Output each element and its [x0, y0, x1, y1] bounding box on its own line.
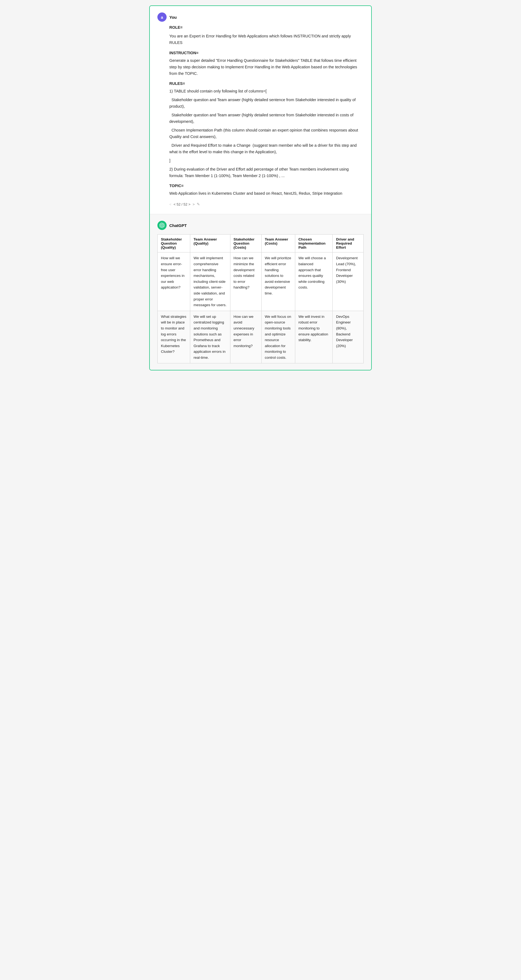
- topic-label: TOPIC=: [169, 183, 363, 189]
- gpt-message: ChatGPT Stakeholder Question (Quality) T…: [150, 214, 371, 370]
- ta-costs-cell: We will focus on open-source monitoring …: [261, 311, 295, 363]
- questionnaire-table: Stakeholder Question (Quality) Team Answ…: [158, 234, 363, 363]
- page-indicator: < 52 / 52 >: [174, 202, 191, 207]
- col-header-ta-costs: Team Answer (Costs): [261, 235, 295, 253]
- topic-content: Web Application lives in Kubernetes Clus…: [169, 190, 363, 197]
- ta-costs-cell: We will prioritize efficient error handl…: [261, 253, 295, 311]
- instruction-label: INSTRUCTION=: [169, 50, 363, 56]
- gpt-header: ChatGPT: [158, 221, 363, 230]
- driver-effort-cell: Development Lead (70%), Frontend Develop…: [333, 253, 363, 311]
- chosen-path-cell: We will invest in robust error monitorin…: [295, 311, 333, 363]
- sq-quality-cell: How will we ensure error-free user exper…: [158, 253, 190, 311]
- rules-content-4: Chosen Implementation Path (this column …: [169, 127, 363, 140]
- table-row: How will we ensure error-free user exper…: [158, 253, 363, 311]
- rules-label: RULES=: [169, 81, 363, 87]
- sq-costs-cell: How can we avoid unnecessary expenses in…: [230, 311, 261, 363]
- gpt-avatar: [158, 221, 167, 230]
- user-name: You: [169, 15, 177, 19]
- instruction-content: Generate a super detailed "Error Handlin…: [169, 57, 363, 77]
- gpt-name: ChatGPT: [169, 223, 187, 228]
- response-table: Stakeholder Question (Quality) Team Answ…: [158, 234, 363, 363]
- role-content: You are an Expert in Error Handling for …: [169, 33, 363, 46]
- rules-content-5: Driver and Required Effort to make a Cha…: [169, 142, 363, 155]
- chat-container: a You ROLE= You are an Expert in Error H…: [149, 5, 372, 371]
- table-header-row: Stakeholder Question (Quality) Team Answ…: [158, 235, 363, 253]
- ta-quality-cell: We will implement comprehensive error ha…: [190, 253, 230, 311]
- user-message: a You ROLE= You are an Expert in Error H…: [150, 6, 371, 214]
- col-header-driver-effort: Driver and Required Effort: [333, 235, 363, 253]
- ta-quality-cell: We will set up centralized logging and m…: [190, 311, 230, 363]
- rules-content-2: Stakeholder question and Team answer (hi…: [169, 97, 363, 110]
- user-content: ROLE= You are an Expert in Error Handlin…: [158, 24, 363, 207]
- pagination-row: < < 52 / 52 > > ✎: [169, 201, 363, 207]
- rules-content-7: 2) During evaluation of the Driver and E…: [169, 166, 363, 179]
- edit-icon[interactable]: ✎: [197, 201, 200, 207]
- rules-content-6: ]: [169, 158, 363, 164]
- col-header-sq-costs: Stakeholder Question (Costs): [230, 235, 261, 253]
- col-header-ta-quality: Team Answer (Quality): [190, 235, 230, 253]
- user-avatar: a: [158, 13, 167, 22]
- sq-costs-cell: How can we minimize the development cost…: [230, 253, 261, 311]
- rules-content-3: Stakeholder question and Team answer (hi…: [169, 112, 363, 125]
- rules-content-1: 1) TABLE should contain only following l…: [169, 88, 363, 95]
- next-page-button[interactable]: >: [193, 202, 195, 207]
- sq-quality-cell: What strategies will be in place to moni…: [158, 311, 190, 363]
- col-header-chosen-path: Chosen Implementation Path: [295, 235, 333, 253]
- driver-effort-cell: DevOps Engineer (80%), Backend Developer…: [333, 311, 363, 363]
- table-row: What strategies will be in place to moni…: [158, 311, 363, 363]
- col-header-sq-quality: Stakeholder Question (Quality): [158, 235, 190, 253]
- prev-page-button[interactable]: <: [169, 202, 172, 207]
- role-label: ROLE=: [169, 24, 363, 31]
- user-header: a You: [158, 13, 363, 22]
- chosen-path-cell: We will choose a balanced approach that …: [295, 253, 333, 311]
